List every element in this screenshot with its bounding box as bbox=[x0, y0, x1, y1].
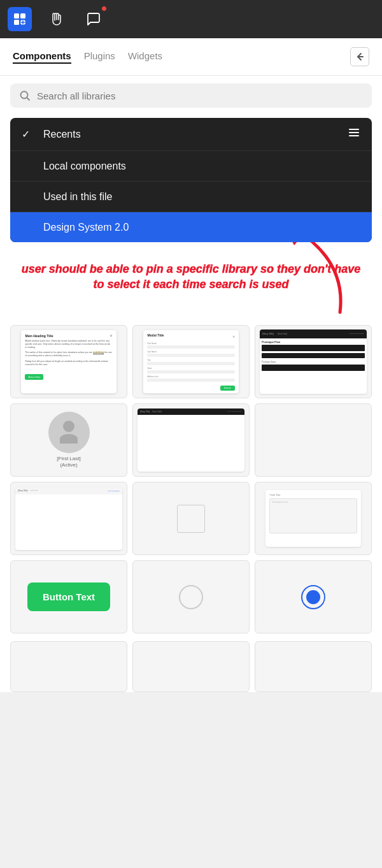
search-icon bbox=[19, 90, 31, 101]
mini-form-field-5 bbox=[147, 379, 234, 382]
mini-form-field-4-label: State bbox=[147, 367, 234, 370]
story-bar-1 bbox=[262, 345, 364, 351]
component-card-story3[interactable]: [Story Title] [View Tabl] Active link/Wi… bbox=[10, 482, 127, 555]
story-link-tab: Active link/Wireframe bbox=[349, 333, 364, 335]
component-card-radio-selected[interactable] bbox=[255, 560, 372, 633]
panel-tabs: Components Plugins Widgets bbox=[13, 50, 162, 64]
story3-view: [View Tabl] bbox=[30, 489, 38, 491]
library-dropdown: ✓ Recents ✓ Local components ✓ Used in t… bbox=[10, 118, 372, 242]
avatar-caption: [First Last](Active) bbox=[57, 456, 80, 469]
story-prototype-specs: Prototype Specs bbox=[262, 361, 364, 363]
mini-modal-close: ✕ bbox=[110, 333, 113, 338]
mini-modal-section: The earlier of this created to for cyber… bbox=[25, 351, 112, 358]
mini-modal-btn: ButtonText bbox=[25, 374, 43, 380]
mini-modal-preview: Main Heading Title ✕ Modal window quick … bbox=[21, 330, 116, 393]
tab-widgets[interactable]: Widgets bbox=[128, 50, 162, 64]
mini-form-submit: Submit bbox=[220, 386, 235, 391]
svg-rect-0 bbox=[14, 13, 19, 18]
mini-form-field-2 bbox=[147, 354, 234, 357]
mini-story3-content bbox=[15, 495, 122, 498]
mini-form-close: ✕ bbox=[232, 335, 235, 338]
mini-modal-cta: Dialog how left your adjust sit length o… bbox=[25, 360, 112, 366]
hand-tool-button[interactable] bbox=[45, 7, 69, 31]
mini-form-title: Modal Title bbox=[147, 333, 164, 337]
mini-story3-header: [Story Title] [View Tabl] Active link/Wi… bbox=[15, 487, 122, 495]
bottom-placeholder-grid bbox=[10, 641, 372, 692]
dropdown-design-system-label: Design System 2.0 bbox=[43, 222, 360, 233]
mini-story-header: [Story Title] [View Task] Active link/Wi… bbox=[260, 329, 366, 338]
mini-textarea: Description Text bbox=[269, 498, 357, 533]
tab-components[interactable]: Components bbox=[13, 50, 71, 64]
tab-plugins[interactable]: Plugins bbox=[84, 50, 115, 64]
mini-modal-title: Main Heading Title bbox=[25, 334, 112, 338]
component-card-textarea[interactable]: Field Title Description Text bbox=[255, 482, 372, 555]
mini-story3-preview: [Story Title] [View Tabl] Active link/Wi… bbox=[15, 487, 122, 550]
mini-form-field-1-label: First Name bbox=[147, 342, 234, 345]
story3-label: [Story Title] bbox=[18, 489, 27, 492]
story3-active: Active link/Wireframe bbox=[108, 490, 120, 491]
mini-form-field-4 bbox=[147, 370, 234, 373]
dropdown-local-label: Local components bbox=[43, 161, 360, 172]
story2-view-tab: [View Tabl] bbox=[152, 410, 161, 413]
mini-form-field-1 bbox=[147, 345, 234, 349]
placeholder-card-1[interactable] bbox=[10, 641, 127, 692]
panel-header: Components Plugins Widgets bbox=[0, 38, 382, 76]
placeholder-card-3[interactable] bbox=[255, 641, 372, 692]
story-bar-2 bbox=[262, 353, 364, 358]
avatar-head bbox=[63, 421, 74, 432]
dropdown-item-used[interactable]: ✓ Used in this file bbox=[10, 182, 372, 212]
chat-icon bbox=[86, 11, 101, 27]
component-card-story[interactable]: [Story Title] [View Task] Active link/Wi… bbox=[255, 325, 372, 398]
return-icon-button[interactable] bbox=[350, 47, 369, 66]
avatar-body bbox=[60, 434, 78, 444]
dropdown-item-recents[interactable]: ✓ Recents bbox=[10, 118, 372, 151]
square-shape-element bbox=[177, 505, 205, 533]
dropdown-used-label: Used in this file bbox=[43, 191, 360, 203]
component-card-avatar[interactable]: [First Last](Active) bbox=[10, 403, 127, 477]
component-card-square[interactable] bbox=[132, 482, 250, 555]
mini-form-preview: Modal Title ✕ First Name Last Name City … bbox=[143, 330, 238, 393]
mini-form-field-3-label: City bbox=[147, 359, 234, 361]
search-input[interactable] bbox=[37, 90, 363, 101]
component-card-form[interactable]: Modal Title ✕ First Name Last Name City … bbox=[132, 325, 250, 398]
mini-form-field-2-label: Last Name bbox=[147, 351, 234, 353]
mini-textarea-preview: Field Title Description Text bbox=[265, 490, 360, 546]
search-section bbox=[0, 76, 382, 118]
component-card-modal[interactable]: Main Heading Title ✕ Modal window quick … bbox=[10, 325, 127, 398]
component-card-story2[interactable]: [Story Title] [View Tabl] Active link/Wi… bbox=[132, 403, 250, 477]
component-card-button[interactable]: Button Text bbox=[10, 560, 127, 633]
mini-form-field-3 bbox=[147, 362, 234, 365]
svg-rect-1 bbox=[20, 13, 25, 18]
list-view-icon[interactable] bbox=[348, 127, 360, 141]
component-card-blank[interactable] bbox=[255, 403, 372, 477]
placeholder-card-2[interactable] bbox=[132, 641, 250, 692]
story-bar-3 bbox=[262, 365, 364, 371]
return-icon bbox=[355, 52, 365, 62]
avatar-image bbox=[48, 412, 90, 453]
svg-point-6 bbox=[21, 92, 28, 99]
story-title-label: [Story Title] bbox=[262, 333, 274, 335]
add-component-icon bbox=[13, 12, 27, 26]
mini-modal-body: Modal window quick intro. Distinctly nov… bbox=[25, 340, 112, 349]
radio-selected-element bbox=[301, 585, 325, 609]
search-bar-container bbox=[10, 83, 372, 108]
mini-textarea-placeholder: Description Text bbox=[270, 499, 356, 505]
notifications-button[interactable] bbox=[81, 7, 106, 31]
toolbar bbox=[0, 0, 382, 38]
dropdown-item-local[interactable]: ✓ Local components bbox=[10, 151, 372, 182]
dropdown-item-design-system[interactable]: ✓ Design System 2.0 bbox=[10, 212, 372, 242]
radio-empty-element bbox=[179, 585, 203, 609]
hand-icon bbox=[49, 11, 64, 27]
mini-form-field-5-label: Address Line bbox=[147, 375, 234, 378]
story2-link: Active link/Wireframe bbox=[227, 410, 241, 412]
component-card-radio-empty[interactable] bbox=[132, 560, 250, 633]
svg-rect-2 bbox=[14, 20, 19, 25]
button-text-element[interactable]: Button Text bbox=[27, 582, 110, 611]
mini-story2-header: [Story Title] [View Tabl] Active link/Wi… bbox=[138, 409, 244, 415]
story-prototype-label: Prototype Flow bbox=[262, 340, 364, 344]
mini-story-preview: [Story Title] [View Task] Active link/Wi… bbox=[260, 329, 366, 394]
dropdown-recents-label: Recents bbox=[43, 129, 339, 140]
add-component-button[interactable] bbox=[8, 7, 32, 31]
component-grid: Main Heading Title ✕ Modal window quick … bbox=[10, 325, 372, 633]
mini-field-label: Field Title bbox=[269, 493, 357, 496]
